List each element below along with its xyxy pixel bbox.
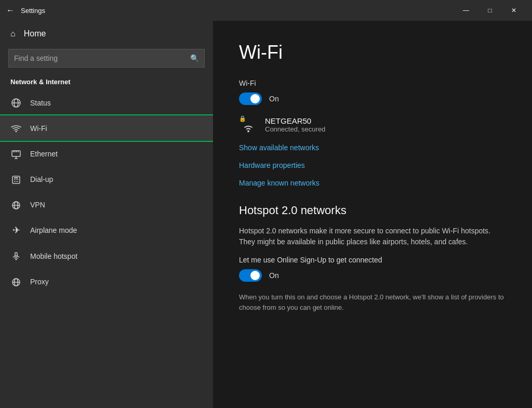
sidebar-item-vpn[interactable]: VPN [0,192,213,217]
mobile-hotspot-icon [10,251,22,261]
sidebar-item-vpn-label: VPN [30,201,45,209]
online-signup-state: On [269,271,279,280]
main-layout: ⌂ Home 🔍 Network & Internet Status [0,21,532,408]
sidebar-item-airplane[interactable]: ✈ Airplane mode [0,217,213,243]
sidebar-item-status-label: Status [30,99,51,107]
sidebar-item-mobile-hotspot[interactable]: Mobile hotspot [0,243,213,269]
svg-point-12 [14,179,15,180]
wifi-toggle[interactable] [239,93,262,105]
wifi-toggle-state: On [269,95,279,103]
sidebar-item-ethernet[interactable]: Ethernet [0,141,213,166]
titlebar-title: Settings [21,7,454,15]
ethernet-icon [10,148,22,159]
network-info: NETGEAR50 Connected, secured [265,116,325,133]
sidebar-item-dialup[interactable]: Dial-up [0,166,213,192]
dialup-icon [10,174,22,185]
search-icon: 🔍 [190,54,199,62]
sidebar-item-status[interactable]: Status [0,90,213,115]
svg-point-22 [16,258,17,260]
online-signup-label: Let me use Online Sign-Up to get connect… [239,256,506,264]
sidebar: ⌂ Home 🔍 Network & Internet Status [0,21,213,408]
svg-point-14 [17,179,18,180]
connected-wifi-icon [242,121,255,134]
manage-networks-button[interactable]: Manage known networks [239,178,320,188]
svg-point-13 [16,179,17,180]
back-button[interactable]: ← [6,6,15,15]
sidebar-item-airplane-label: Airplane mode [30,226,77,234]
vpn-icon [10,199,22,210]
network-name: NETGEAR50 [265,116,325,125]
svg-point-15 [14,181,15,182]
network-icons: 🔒 [239,115,258,134]
home-label: Home [24,29,46,38]
sidebar-item-mobile-hotspot-label: Mobile hotspot [30,252,77,260]
home-icon: ⌂ [10,29,16,38]
titlebar: ← Settings — □ ✕ [0,0,532,21]
network-status: Connected, secured [265,125,325,133]
wifi-nav-icon [10,123,22,134]
svg-point-16 [16,181,17,182]
wifi-toggle-thumb [250,94,260,103]
wifi-section-label: Wi-Fi [239,79,506,87]
hotspot-section-title: Hotspot 2.0 networks [239,204,506,217]
online-signup-toggle-row: On [239,269,506,282]
maximize-button[interactable]: □ [478,0,502,21]
network-row: 🔒 NETGEAR50 Connected, secured [239,115,506,134]
svg-point-3 [16,130,17,132]
svg-rect-18 [14,177,18,178]
sidebar-item-wifi-label: Wi-Fi [30,124,47,133]
window-controls: — □ ✕ [454,0,526,21]
content-area: Wi-Fi Wi-Fi On 🔒 [213,21,532,408]
section-title: Network & Internet [0,74,213,90]
search-box: 🔍 [8,49,205,68]
online-signup-note: When you turn this on and choose a Hotsp… [239,292,506,312]
airplane-icon: ✈ [10,225,22,236]
minimize-button[interactable]: — [454,0,478,21]
status-icon [10,97,22,108]
sidebar-item-dialup-label: Dial-up [30,175,53,183]
svg-point-17 [17,181,18,182]
sidebar-item-ethernet-label: Ethernet [30,150,58,158]
hotspot-description: Hotspot 2.0 networks make it more secure… [239,226,506,247]
hardware-properties-button[interactable]: Hardware properties [239,160,305,170]
search-input[interactable] [14,54,186,62]
proxy-icon [10,276,22,287]
online-signup-toggle[interactable] [239,269,262,282]
sidebar-item-proxy[interactable]: Proxy [0,269,213,294]
wifi-toggle-row: On [239,93,506,105]
sidebar-item-home[interactable]: ⌂ Home [0,21,213,47]
show-networks-button[interactable]: Show available networks [239,142,319,153]
sidebar-item-wifi[interactable]: Wi-Fi [0,115,213,141]
online-signup-toggle-thumb [250,271,260,280]
svg-point-27 [247,130,249,133]
page-title: Wi-Fi [239,42,506,63]
close-button[interactable]: ✕ [502,0,526,21]
sidebar-item-proxy-label: Proxy [30,278,49,286]
